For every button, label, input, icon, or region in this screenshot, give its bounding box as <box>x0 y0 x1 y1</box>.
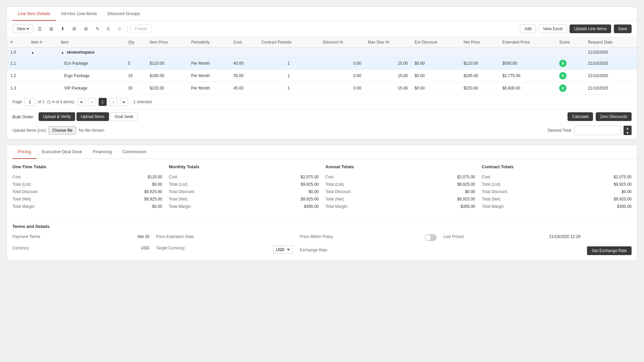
col-header-item-num: Item # <box>28 37 57 48</box>
current-page-button[interactable]: 1 <box>99 98 107 106</box>
cell-item: VIP Package <box>57 82 124 95</box>
monthly-totals: Monthly Totals Cost $2,075.00 Total (Lis… <box>169 164 319 210</box>
cell-discount-pct <box>319 48 365 57</box>
tab-executive-deal-desk[interactable]: Executive Deal Desk <box>37 145 88 159</box>
desired-total-down[interactable]: ▼ <box>624 130 632 135</box>
cell-max-disc-pct: 15.00 <box>365 57 411 70</box>
cell-ext-discount: $0.00 <box>411 57 460 70</box>
no-file-chosen-label: No file chosen <box>79 128 104 133</box>
payment-terms-label: Payment Terms <box>12 234 40 239</box>
desired-total-input[interactable] <box>574 126 621 135</box>
cell-net-price <box>460 48 499 57</box>
prev-page-button[interactable]: ‹ <box>88 98 96 106</box>
cell-extended-price: $2,775.00 <box>499 70 556 82</box>
range-label: (1-4 of 4 items) <box>47 100 74 104</box>
annual-list-label: Total (List) <box>325 182 344 187</box>
line-items-card: Line Item Details Ad-Hoc Line Items Disc… <box>7 7 637 139</box>
cell-periodicity <box>188 48 230 57</box>
annual-net-label: Total (Net) <box>325 197 344 201</box>
freeze-button[interactable]: Freeze <box>130 24 152 33</box>
table-row[interactable]: 1.1 Eco Package 5 $110.00 Per Month 40.0… <box>7 57 637 70</box>
pricing-section: One-Time Totals Cost $120.00 Total (List… <box>7 159 637 260</box>
cell-item: Eco Package <box>57 57 124 70</box>
filter-icon[interactable]: ☰ <box>35 24 45 34</box>
next-page-button[interactable]: › <box>109 98 117 106</box>
cell-item-price: $110.00 <box>146 57 188 70</box>
col-header-item: Item <box>57 37 124 48</box>
annual-cost-row: Cost $2,075.00 <box>325 173 475 181</box>
tab-adhoc-line-items[interactable]: Ad-Hoc Line Items <box>56 7 102 21</box>
annual-discount-label: Total Discount <box>325 189 351 194</box>
page-number-input[interactable] <box>24 98 35 106</box>
price-within-policy-toggle[interactable] <box>425 234 437 241</box>
col-header-max-disc-pct: Max Disc % <box>365 37 411 48</box>
contract-net-row: Total (Net) $9,925.00 <box>482 195 632 203</box>
group-item-name: skuworkspace <box>67 50 95 55</box>
choose-file-button[interactable]: Choose file <box>49 126 76 134</box>
exchange-rate-label: Exchange Rate <box>300 248 327 252</box>
cell-max-disc-pct: 15.00 <box>365 82 411 95</box>
tab-financing[interactable]: Financing <box>88 145 117 159</box>
upload-verify-button[interactable]: Upload & Verify <box>39 112 75 121</box>
add-button[interactable]: Add <box>520 24 536 33</box>
one-time-list-row: Total (List) $0.00 <box>12 181 162 188</box>
edit-icon[interactable]: ✎ <box>93 24 103 34</box>
desired-total-up[interactable]: ▲ <box>624 126 632 130</box>
export-icon[interactable]: ⬆ <box>58 24 68 34</box>
delete-icon[interactable]: 🗑 <box>114 24 125 34</box>
update-line-items-button[interactable]: Update Line Items <box>570 24 611 33</box>
first-page-button[interactable]: ⊲ <box>77 98 85 106</box>
table-header-row: # Item # Item Qty Item Price Periodicity… <box>7 37 637 48</box>
contract-discount-row: Total Discount $0.00 <box>482 188 632 195</box>
settings-icon[interactable]: ⚙ <box>81 24 91 34</box>
view-button[interactable]: View ▾ <box>12 24 33 33</box>
cell-item: Ergo Package <box>57 70 124 82</box>
currency-row: Currency USD <box>12 244 149 252</box>
view-excel-button[interactable]: View Excel <box>539 24 567 33</box>
one-time-net-row: Total (Net) $9,925.00 <box>12 195 162 203</box>
table-row[interactable]: 1.0 ▲ ▲ skuworkspace <box>7 48 637 57</box>
one-time-discount-value: $9,925.00 <box>144 189 162 194</box>
monthly-discount-label: Total Discount <box>169 189 194 194</box>
one-time-net-label: Total (Net) <box>12 197 31 201</box>
save-button[interactable]: Save <box>614 24 632 33</box>
last-page-button[interactable]: ⊳ <box>120 98 128 106</box>
contract-list-value: $9,925.00 <box>614 182 632 187</box>
terms-col-3: Price Within Policy Ex <box>300 233 437 255</box>
columns-icon[interactable]: ⊞ <box>46 24 56 34</box>
zero-discounts-button[interactable]: Zero Discounts <box>596 112 632 121</box>
annual-discount-row: Total Discount $0.00 <box>325 188 475 195</box>
cell-contract-periods <box>258 48 319 57</box>
contract-list-row: Total (List) $9,925.00 <box>482 181 632 188</box>
totals-grid: One-Time Totals Cost $120.00 Total (List… <box>12 164 632 210</box>
table-row[interactable]: 1.3 VIP Package 30 $220.00 Per Month 45.… <box>7 82 637 95</box>
upload-row: Upload Items (csv) Choose file No file c… <box>7 124 637 139</box>
tab-line-item-details[interactable]: Line Item Details <box>12 7 56 21</box>
tools-icon[interactable]: ⚙ <box>69 24 79 34</box>
col-header-cost: Cost <box>230 37 258 48</box>
contract-net-label: Total (Net) <box>482 197 500 201</box>
cell-request-date: 21/10/2020 <box>585 48 637 57</box>
monthly-list-value: $9,925.00 <box>301 182 319 187</box>
policy-toggle-label[interactable] <box>425 234 437 241</box>
terms-col-1: Payment Terms Net 30 Currency USD <box>12 233 149 255</box>
terms-section: Terms and Details Payment Terms Net 30 C… <box>12 218 632 255</box>
upload-items-button[interactable]: Upload Items <box>76 112 109 121</box>
copy-icon[interactable]: ⎘ <box>104 24 113 34</box>
cell-qty <box>125 48 147 57</box>
monthly-net-value: $9,925.00 <box>301 197 319 201</box>
get-exchange-rate-button[interactable]: Get Exchange Rate <box>587 246 632 255</box>
payment-terms-row: Payment Terms Net 30 <box>12 233 149 240</box>
tab-commission[interactable]: Commission <box>117 145 152 159</box>
tab-discount-groups[interactable]: Discount Groups <box>102 7 146 21</box>
line-items-toolbar: View ▾ ☰ ⊞ ⬆ ⚙ ⚙ ✎ ⎘ 🗑 Freeze Add View E… <box>7 21 637 37</box>
tab-pricing[interactable]: Pricing <box>12 145 37 159</box>
sort-desc-icon: ▲ <box>61 51 64 54</box>
cell-periodicity: Per Month <box>188 82 230 95</box>
cell-extended-price: $550.00 <box>499 57 556 70</box>
goal-seek-button[interactable]: Goal Seek <box>110 112 138 121</box>
table-row[interactable]: 1.2 Ergo Package 15 $185.00 Per Month 35… <box>7 70 637 82</box>
target-currency-select[interactable]: USD EUR GBP JPY <box>273 246 293 254</box>
calculate-button[interactable]: Calculate <box>568 112 593 121</box>
one-time-cost-value: $120.00 <box>148 175 162 179</box>
